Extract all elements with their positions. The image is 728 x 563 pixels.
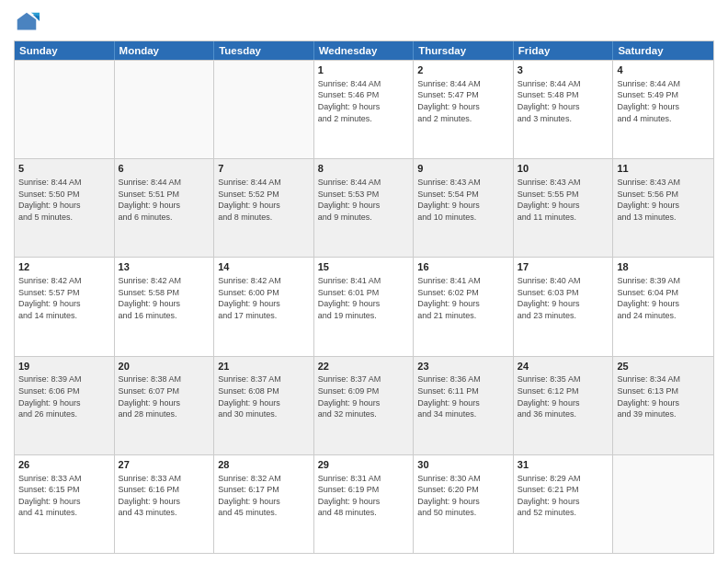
day-cell-17: 17Sunrise: 8:40 AM Sunset: 6:03 PM Dayli…: [514, 258, 614, 355]
day-number: 13: [119, 260, 210, 274]
day-cell-22: 22Sunrise: 8:37 AM Sunset: 6:09 PM Dayli…: [314, 357, 415, 454]
day-number: 9: [417, 162, 509, 176]
empty-cell: [214, 61, 314, 158]
day-info: Sunrise: 8:44 AM Sunset: 5:50 PM Dayligh…: [18, 177, 110, 223]
day-cell-13: 13Sunrise: 8:42 AM Sunset: 5:58 PM Dayli…: [115, 258, 215, 355]
day-number: 15: [318, 260, 410, 274]
day-info: Sunrise: 8:42 AM Sunset: 6:00 PM Dayligh…: [218, 275, 310, 321]
day-info: Sunrise: 8:31 AM Sunset: 6:19 PM Dayligh…: [318, 473, 410, 519]
day-info: Sunrise: 8:37 AM Sunset: 6:08 PM Dayligh…: [218, 373, 310, 419]
day-cell-30: 30Sunrise: 8:30 AM Sunset: 6:20 PM Dayli…: [414, 455, 514, 553]
day-number: 11: [617, 162, 710, 176]
day-cell-27: 27Sunrise: 8:33 AM Sunset: 6:16 PM Dayli…: [115, 455, 215, 553]
day-info: Sunrise: 8:34 AM Sunset: 6:13 PM Dayligh…: [617, 373, 710, 419]
day-info: Sunrise: 8:33 AM Sunset: 6:16 PM Dayligh…: [119, 473, 210, 519]
day-cell-7: 7Sunrise: 8:44 AM Sunset: 5:52 PM Daylig…: [214, 159, 314, 257]
day-cell-18: 18Sunrise: 8:39 AM Sunset: 6:04 PM Dayli…: [613, 258, 713, 355]
day-number: 23: [417, 360, 509, 373]
day-number: 1: [318, 63, 410, 77]
day-number: 29: [318, 458, 410, 472]
day-cell-2: 2Sunrise: 8:44 AM Sunset: 5:47 PM Daylig…: [414, 61, 514, 158]
day-header-thursday: Thursday: [414, 41, 514, 60]
day-info: Sunrise: 8:42 AM Sunset: 5:58 PM Dayligh…: [119, 275, 210, 321]
day-info: Sunrise: 8:41 AM Sunset: 6:02 PM Dayligh…: [417, 275, 509, 321]
day-number: 5: [18, 162, 110, 176]
day-number: 25: [617, 360, 710, 373]
day-info: Sunrise: 8:44 AM Sunset: 5:48 PM Dayligh…: [518, 78, 609, 124]
day-number: 27: [119, 458, 210, 472]
calendar-header: SundayMondayTuesdayWednesdayThursdayFrid…: [15, 41, 713, 60]
day-number: 19: [18, 360, 110, 373]
week-row-4: 19Sunrise: 8:39 AM Sunset: 6:06 PM Dayli…: [15, 356, 713, 454]
day-info: Sunrise: 8:44 AM Sunset: 5:51 PM Dayligh…: [119, 177, 210, 223]
day-cell-23: 23Sunrise: 8:36 AM Sunset: 6:11 PM Dayli…: [414, 357, 514, 454]
day-number: 12: [18, 260, 110, 274]
day-cell-24: 24Sunrise: 8:35 AM Sunset: 6:12 PM Dayli…: [514, 357, 614, 454]
day-info: Sunrise: 8:41 AM Sunset: 6:01 PM Dayligh…: [318, 275, 410, 321]
calendar-body: 1Sunrise: 8:44 AM Sunset: 5:46 PM Daylig…: [15, 60, 713, 553]
day-info: Sunrise: 8:39 AM Sunset: 6:04 PM Dayligh…: [617, 275, 710, 321]
day-number: 6: [119, 162, 210, 176]
day-number: 28: [218, 458, 310, 472]
day-cell-20: 20Sunrise: 8:38 AM Sunset: 6:07 PM Dayli…: [115, 357, 215, 454]
empty-cell: [115, 61, 215, 158]
day-info: Sunrise: 8:44 AM Sunset: 5:49 PM Dayligh…: [617, 78, 710, 124]
day-header-wednesday: Wednesday: [314, 41, 415, 60]
week-row-1: 1Sunrise: 8:44 AM Sunset: 5:46 PM Daylig…: [15, 60, 713, 158]
day-number: 30: [417, 458, 509, 472]
day-cell-11: 11Sunrise: 8:43 AM Sunset: 5:56 PM Dayli…: [613, 159, 713, 257]
day-number: 4: [617, 63, 710, 77]
day-cell-14: 14Sunrise: 8:42 AM Sunset: 6:00 PM Dayli…: [214, 258, 314, 355]
day-number: 20: [119, 360, 210, 373]
day-info: Sunrise: 8:39 AM Sunset: 6:06 PM Dayligh…: [18, 373, 110, 419]
logo: [14, 9, 43, 35]
day-number: 2: [417, 63, 509, 77]
day-cell-25: 25Sunrise: 8:34 AM Sunset: 6:13 PM Dayli…: [613, 357, 713, 454]
day-info: Sunrise: 8:30 AM Sunset: 6:20 PM Dayligh…: [417, 473, 509, 519]
day-info: Sunrise: 8:37 AM Sunset: 6:09 PM Dayligh…: [318, 373, 410, 419]
week-row-3: 12Sunrise: 8:42 AM Sunset: 5:57 PM Dayli…: [15, 257, 713, 355]
empty-cell: [613, 455, 713, 553]
day-cell-3: 3Sunrise: 8:44 AM Sunset: 5:48 PM Daylig…: [514, 61, 614, 158]
day-cell-28: 28Sunrise: 8:32 AM Sunset: 6:17 PM Dayli…: [214, 455, 314, 553]
day-info: Sunrise: 8:32 AM Sunset: 6:17 PM Dayligh…: [218, 473, 310, 519]
day-number: 18: [617, 260, 710, 274]
day-info: Sunrise: 8:43 AM Sunset: 5:56 PM Dayligh…: [617, 177, 710, 223]
day-info: Sunrise: 8:44 AM Sunset: 5:47 PM Dayligh…: [417, 78, 509, 124]
day-header-monday: Monday: [115, 41, 215, 60]
day-info: Sunrise: 8:43 AM Sunset: 5:54 PM Dayligh…: [417, 177, 509, 223]
day-info: Sunrise: 8:44 AM Sunset: 5:46 PM Dayligh…: [318, 78, 410, 124]
day-cell-8: 8Sunrise: 8:44 AM Sunset: 5:53 PM Daylig…: [314, 159, 415, 257]
day-info: Sunrise: 8:40 AM Sunset: 6:03 PM Dayligh…: [518, 275, 609, 321]
week-row-5: 26Sunrise: 8:33 AM Sunset: 6:15 PM Dayli…: [15, 454, 713, 553]
week-row-2: 5Sunrise: 8:44 AM Sunset: 5:50 PM Daylig…: [15, 158, 713, 257]
day-number: 8: [318, 162, 410, 176]
day-info: Sunrise: 8:29 AM Sunset: 6:21 PM Dayligh…: [518, 473, 609, 519]
day-info: Sunrise: 8:42 AM Sunset: 5:57 PM Dayligh…: [18, 275, 110, 321]
day-number: 16: [417, 260, 509, 274]
day-number: 7: [218, 162, 310, 176]
day-cell-4: 4Sunrise: 8:44 AM Sunset: 5:49 PM Daylig…: [613, 61, 713, 158]
logo-icon: [14, 9, 40, 35]
day-info: Sunrise: 8:36 AM Sunset: 6:11 PM Dayligh…: [417, 373, 509, 419]
day-cell-15: 15Sunrise: 8:41 AM Sunset: 6:01 PM Dayli…: [314, 258, 415, 355]
day-number: 3: [518, 63, 609, 77]
day-number: 26: [18, 458, 110, 472]
day-number: 17: [518, 260, 609, 274]
day-info: Sunrise: 8:44 AM Sunset: 5:52 PM Dayligh…: [218, 177, 310, 223]
day-number: 31: [518, 458, 609, 472]
day-number: 14: [218, 260, 310, 274]
day-info: Sunrise: 8:33 AM Sunset: 6:15 PM Dayligh…: [18, 473, 110, 519]
day-info: Sunrise: 8:35 AM Sunset: 6:12 PM Dayligh…: [518, 373, 609, 419]
day-header-friday: Friday: [514, 41, 614, 60]
day-header-tuesday: Tuesday: [214, 41, 314, 60]
day-info: Sunrise: 8:38 AM Sunset: 6:07 PM Dayligh…: [119, 373, 210, 419]
calendar: SundayMondayTuesdayWednesdayThursdayFrid…: [14, 40, 714, 554]
day-cell-16: 16Sunrise: 8:41 AM Sunset: 6:02 PM Dayli…: [414, 258, 514, 355]
day-cell-1: 1Sunrise: 8:44 AM Sunset: 5:46 PM Daylig…: [314, 61, 415, 158]
day-cell-10: 10Sunrise: 8:43 AM Sunset: 5:55 PM Dayli…: [514, 159, 614, 257]
day-cell-12: 12Sunrise: 8:42 AM Sunset: 5:57 PM Dayli…: [15, 258, 115, 355]
day-number: 21: [218, 360, 310, 373]
day-cell-5: 5Sunrise: 8:44 AM Sunset: 5:50 PM Daylig…: [15, 159, 115, 257]
day-cell-29: 29Sunrise: 8:31 AM Sunset: 6:19 PM Dayli…: [314, 455, 415, 553]
